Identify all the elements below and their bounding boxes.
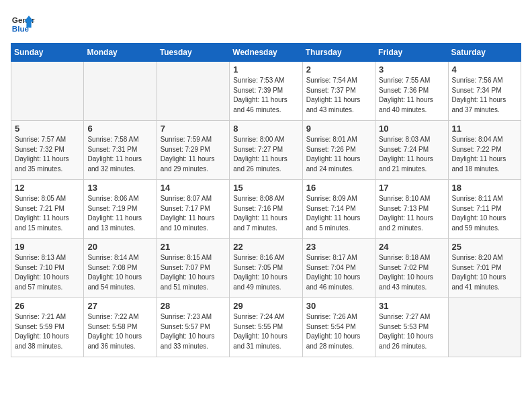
calendar-week-row: 1Sunrise: 7:53 AM Sunset: 7:39 PM Daylig… [11,62,521,121]
day-number: 26 [15,301,80,311]
weekday-header-row: SundayMondayTuesdayWednesdayThursdayFrid… [11,44,521,62]
day-info: Sunrise: 8:10 AM Sunset: 7:13 PM Dayligh… [379,194,444,233]
day-number: 13 [87,183,152,193]
calendar-cell: 5Sunrise: 7:57 AM Sunset: 7:32 PM Daylig… [11,121,84,180]
day-info: Sunrise: 8:20 AM Sunset: 7:01 PM Dayligh… [452,253,517,292]
calendar-cell: 17Sunrise: 8:10 AM Sunset: 7:13 PM Dayli… [375,180,448,239]
logo-icon: General Blue [11,11,35,35]
day-info: Sunrise: 8:17 AM Sunset: 7:04 PM Dayligh… [306,253,371,292]
day-number: 19 [15,242,80,252]
logo: General Blue [11,11,35,35]
day-number: 22 [233,242,298,252]
day-number: 14 [161,183,226,193]
day-info: Sunrise: 7:27 AM Sunset: 5:53 PM Dayligh… [379,312,444,351]
day-number: 10 [379,124,444,134]
calendar-cell: 22Sunrise: 8:16 AM Sunset: 7:05 PM Dayli… [230,239,302,298]
calendar-table: SundayMondayTuesdayWednesdayThursdayFrid… [11,43,521,357]
calendar-cell: 12Sunrise: 8:05 AM Sunset: 7:21 PM Dayli… [11,180,84,239]
calendar-week-row: 12Sunrise: 8:05 AM Sunset: 7:21 PM Dayli… [11,180,521,239]
day-number: 15 [233,183,298,193]
weekday-header-wednesday: Wednesday [230,44,302,62]
calendar-cell: 3Sunrise: 7:55 AM Sunset: 7:36 PM Daylig… [375,62,448,121]
calendar-cell: 1Sunrise: 7:53 AM Sunset: 7:39 PM Daylig… [230,62,302,121]
weekday-header-monday: Monday [84,44,157,62]
day-number: 8 [233,124,298,134]
day-number: 6 [87,124,152,134]
calendar-cell [84,62,157,121]
day-number: 3 [379,64,444,75]
calendar-cell: 14Sunrise: 8:07 AM Sunset: 7:17 PM Dayli… [157,180,229,239]
calendar-cell: 21Sunrise: 8:15 AM Sunset: 7:07 PM Dayli… [157,239,229,298]
day-number: 18 [452,183,517,193]
calendar-cell: 20Sunrise: 8:14 AM Sunset: 7:08 PM Dayli… [84,239,157,298]
calendar-cell: 10Sunrise: 8:03 AM Sunset: 7:24 PM Dayli… [375,121,448,180]
day-info: Sunrise: 8:13 AM Sunset: 7:10 PM Dayligh… [15,253,80,292]
weekday-header-thursday: Thursday [302,44,375,62]
calendar-cell: 18Sunrise: 8:11 AM Sunset: 7:11 PM Dayli… [448,180,521,239]
day-info: Sunrise: 7:23 AM Sunset: 5:57 PM Dayligh… [161,312,226,351]
calendar-cell: 4Sunrise: 7:56 AM Sunset: 7:34 PM Daylig… [448,62,521,121]
day-info: Sunrise: 7:24 AM Sunset: 5:55 PM Dayligh… [233,312,298,351]
calendar-cell: 24Sunrise: 8:18 AM Sunset: 7:02 PM Dayli… [375,239,448,298]
calendar-cell [448,298,521,357]
day-number: 9 [306,124,371,134]
calendar-cell: 26Sunrise: 7:21 AM Sunset: 5:59 PM Dayli… [11,298,84,357]
calendar-cell: 8Sunrise: 8:00 AM Sunset: 7:27 PM Daylig… [230,121,302,180]
day-info: Sunrise: 8:00 AM Sunset: 7:27 PM Dayligh… [233,135,298,174]
day-info: Sunrise: 7:58 AM Sunset: 7:31 PM Dayligh… [87,135,152,174]
weekday-header-tuesday: Tuesday [157,44,229,62]
page-header: General Blue [11,11,521,35]
day-number: 12 [15,183,80,193]
day-info: Sunrise: 8:16 AM Sunset: 7:05 PM Dayligh… [233,253,298,292]
day-number: 4 [452,64,517,75]
day-info: Sunrise: 7:26 AM Sunset: 5:54 PM Dayligh… [306,312,371,351]
calendar-cell: 11Sunrise: 8:04 AM Sunset: 7:22 PM Dayli… [448,121,521,180]
calendar-cell: 23Sunrise: 8:17 AM Sunset: 7:04 PM Dayli… [302,239,375,298]
day-number: 5 [15,124,80,134]
day-info: Sunrise: 7:57 AM Sunset: 7:32 PM Dayligh… [15,135,80,174]
day-info: Sunrise: 7:21 AM Sunset: 5:59 PM Dayligh… [15,312,80,351]
day-number: 7 [161,124,226,134]
calendar-cell: 27Sunrise: 7:22 AM Sunset: 5:58 PM Dayli… [84,298,157,357]
day-number: 24 [379,242,444,252]
weekday-header-friday: Friday [375,44,448,62]
day-number: 25 [452,242,517,252]
calendar-cell: 31Sunrise: 7:27 AM Sunset: 5:53 PM Dayli… [375,298,448,357]
weekday-header-sunday: Sunday [11,44,84,62]
calendar-week-row: 5Sunrise: 7:57 AM Sunset: 7:32 PM Daylig… [11,121,521,180]
day-info: Sunrise: 8:18 AM Sunset: 7:02 PM Dayligh… [379,253,444,292]
day-info: Sunrise: 8:03 AM Sunset: 7:24 PM Dayligh… [379,135,444,174]
day-number: 1 [233,64,298,75]
day-number: 27 [87,301,152,311]
day-info: Sunrise: 8:14 AM Sunset: 7:08 PM Dayligh… [87,253,152,292]
calendar-cell: 6Sunrise: 7:58 AM Sunset: 7:31 PM Daylig… [84,121,157,180]
day-info: Sunrise: 8:09 AM Sunset: 7:14 PM Dayligh… [306,194,371,233]
day-info: Sunrise: 8:11 AM Sunset: 7:11 PM Dayligh… [452,194,517,233]
day-info: Sunrise: 7:22 AM Sunset: 5:58 PM Dayligh… [87,312,152,351]
calendar-cell: 13Sunrise: 8:06 AM Sunset: 7:19 PM Dayli… [84,180,157,239]
day-info: Sunrise: 8:04 AM Sunset: 7:22 PM Dayligh… [452,135,517,174]
day-info: Sunrise: 8:06 AM Sunset: 7:19 PM Dayligh… [87,194,152,233]
day-info: Sunrise: 7:54 AM Sunset: 7:37 PM Dayligh… [306,76,371,115]
day-info: Sunrise: 7:56 AM Sunset: 7:34 PM Dayligh… [452,76,517,115]
calendar-week-row: 19Sunrise: 8:13 AM Sunset: 7:10 PM Dayli… [11,239,521,298]
day-number: 29 [233,301,298,311]
day-info: Sunrise: 7:59 AM Sunset: 7:29 PM Dayligh… [161,135,226,174]
day-info: Sunrise: 8:07 AM Sunset: 7:17 PM Dayligh… [161,194,226,233]
day-info: Sunrise: 7:55 AM Sunset: 7:36 PM Dayligh… [379,76,444,115]
calendar-cell: 30Sunrise: 7:26 AM Sunset: 5:54 PM Dayli… [302,298,375,357]
calendar-cell: 9Sunrise: 8:01 AM Sunset: 7:26 PM Daylig… [302,121,375,180]
calendar-cell [157,62,229,121]
day-info: Sunrise: 8:15 AM Sunset: 7:07 PM Dayligh… [161,253,226,292]
calendar-cell: 19Sunrise: 8:13 AM Sunset: 7:10 PM Dayli… [11,239,84,298]
day-number: 21 [161,242,226,252]
day-info: Sunrise: 8:08 AM Sunset: 7:16 PM Dayligh… [233,194,298,233]
calendar-cell [11,62,84,121]
calendar-cell: 25Sunrise: 8:20 AM Sunset: 7:01 PM Dayli… [448,239,521,298]
day-number: 20 [87,242,152,252]
day-number: 17 [379,183,444,193]
day-number: 2 [306,64,371,75]
calendar-week-row: 26Sunrise: 7:21 AM Sunset: 5:59 PM Dayli… [11,298,521,357]
calendar-cell: 7Sunrise: 7:59 AM Sunset: 7:29 PM Daylig… [157,121,229,180]
calendar-cell: 28Sunrise: 7:23 AM Sunset: 5:57 PM Dayli… [157,298,229,357]
